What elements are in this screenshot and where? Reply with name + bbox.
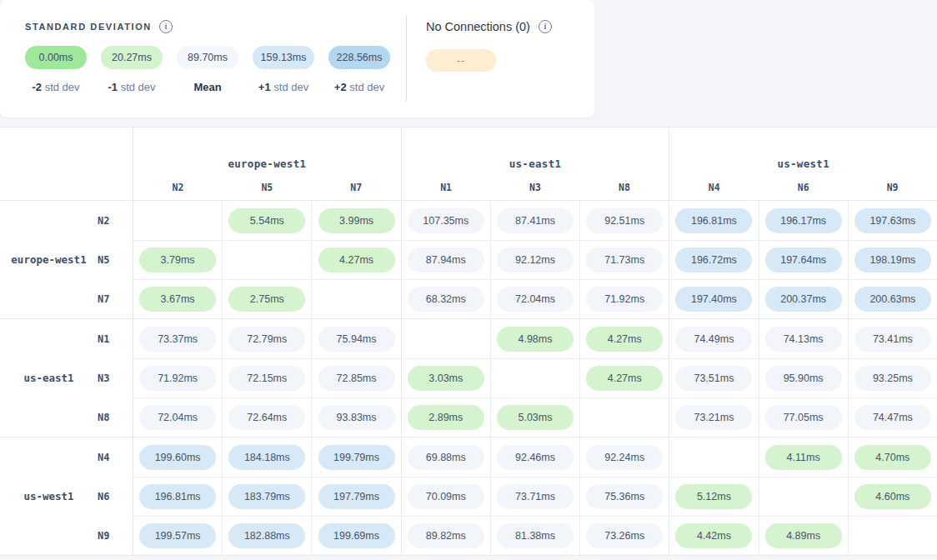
latency-pill[interactable]: 197.63ms <box>854 208 931 233</box>
latency-pill[interactable]: 199.69ms <box>318 523 395 548</box>
latency-cell: 4.98ms <box>490 319 579 358</box>
latency-pill[interactable]: 3.67ms <box>139 287 216 312</box>
latency-pill[interactable]: 182.88ms <box>228 523 305 548</box>
latency-pill[interactable]: 196.17ms <box>765 208 842 233</box>
latency-pill[interactable]: 3.03ms <box>408 366 484 391</box>
latency-pill[interactable]: 69.88ms <box>408 445 484 470</box>
latency-pill[interactable]: 2.89ms <box>408 405 484 430</box>
latency-pill[interactable]: 74.47ms <box>854 405 931 430</box>
latency-pill[interactable]: 70.09ms <box>408 484 484 509</box>
latency-pill[interactable]: 92.51ms <box>586 208 663 233</box>
latency-pill[interactable]: 73.37ms <box>139 327 216 352</box>
latency-pill[interactable]: 92.46ms <box>497 445 574 470</box>
legend-pill-plus1[interactable]: 159.13ms <box>253 46 314 69</box>
latency-pill[interactable]: 198.19ms <box>854 248 931 272</box>
latency-pill[interactable]: 87.94ms <box>408 248 484 272</box>
latency-pill[interactable]: 183.79ms <box>228 484 305 509</box>
latency-pill[interactable]: 87.41ms <box>497 208 574 233</box>
latency-cell: 74.49ms <box>669 319 758 358</box>
legend-pill-minus2[interactable]: 0.00ms <box>25 46 87 69</box>
latency-pill[interactable]: 4.89ms <box>765 523 842 548</box>
row-node-label: N4 <box>98 452 133 463</box>
latency-pill[interactable]: 72.79ms <box>228 327 305 352</box>
latency-pill[interactable]: 71.92ms <box>586 287 663 312</box>
row-group-us-east1: N173.37ms72.79ms75.94ms4.98ms4.27ms74.49… <box>0 318 937 437</box>
latency-pill[interactable]: 4.42ms <box>675 523 752 548</box>
latency-pill[interactable]: 4.98ms <box>497 327 574 352</box>
latency-pill[interactable]: 72.85ms <box>318 366 395 391</box>
latency-pill[interactable]: 199.60ms <box>139 445 216 470</box>
latency-pill[interactable]: 75.36ms <box>586 484 663 509</box>
latency-pill[interactable]: 71.73ms <box>586 248 663 272</box>
latency-cell: 72.79ms <box>222 319 311 358</box>
legend-pill-minus1[interactable]: 20.27ms <box>101 46 163 69</box>
latency-pill[interactable]: 199.57ms <box>139 523 216 548</box>
latency-pill[interactable]: 72.04ms <box>139 405 216 430</box>
latency-pill[interactable]: 92.12ms <box>497 248 574 272</box>
latency-cell: 196.17ms <box>759 201 848 240</box>
latency-pill[interactable]: 93.83ms <box>318 405 395 430</box>
latency-pill[interactable]: 72.64ms <box>228 405 305 430</box>
latency-pill[interactable]: 73.51ms <box>675 366 752 391</box>
latency-pill[interactable]: 107.35ms <box>408 208 484 233</box>
latency-cell: 89.82ms <box>401 516 490 555</box>
latency-cell: 183.79ms <box>222 477 311 516</box>
no-connections-pill[interactable]: -- <box>426 49 496 72</box>
latency-pill[interactable]: 3.99ms <box>318 208 395 233</box>
latency-pill[interactable]: 74.49ms <box>675 327 752 352</box>
latency-pill[interactable]: 89.82ms <box>408 523 484 548</box>
empty-cell <box>579 398 669 437</box>
latency-pill[interactable]: 93.25ms <box>854 366 931 391</box>
latency-pill[interactable]: 5.54ms <box>228 208 305 233</box>
latency-pill[interactable]: 200.37ms <box>765 287 842 312</box>
latency-pill[interactable]: 95.90ms <box>765 366 842 391</box>
latency-pill[interactable]: 75.94ms <box>318 327 395 352</box>
latency-pill[interactable]: 196.81ms <box>675 208 752 233</box>
latency-pill[interactable]: 197.40ms <box>675 287 752 312</box>
latency-pill[interactable]: 73.71ms <box>497 484 574 509</box>
legend-step: 159.13ms +1 std dev <box>253 46 314 93</box>
std-dev-info-icon[interactable]: i <box>159 20 173 33</box>
latency-cell: 93.83ms <box>311 398 400 437</box>
latency-pill[interactable]: 199.79ms <box>318 445 395 470</box>
latency-pill[interactable]: 2.75ms <box>228 287 305 312</box>
latency-pill[interactable]: 4.11ms <box>765 445 842 470</box>
legend-pill-plus2[interactable]: 228.56ms <box>328 46 390 69</box>
latency-pill[interactable]: 5.03ms <box>497 405 574 430</box>
row-node-label: N1 <box>98 333 133 345</box>
col-node-header: N8 <box>579 182 669 193</box>
latency-pill[interactable]: 77.05ms <box>765 405 842 430</box>
col-node-header: N4 <box>669 182 759 193</box>
matrix-row-N3: us-east1N371.92ms72.15ms72.85ms3.03ms4.2… <box>0 358 937 398</box>
latency-pill[interactable]: 73.21ms <box>675 405 752 430</box>
latency-pill[interactable]: 4.27ms <box>318 248 395 272</box>
latency-cell: 93.25ms <box>848 358 937 398</box>
latency-pill[interactable]: 71.92ms <box>139 366 216 391</box>
legend-pill-mean[interactable]: 89.70ms <box>177 46 238 69</box>
latency-pill[interactable]: 200.63ms <box>854 287 931 312</box>
latency-cell: 5.54ms <box>222 201 311 240</box>
latency-pill[interactable]: 72.04ms <box>497 287 574 312</box>
latency-pill[interactable]: 72.15ms <box>228 366 305 391</box>
latency-pill[interactable]: 197.79ms <box>318 484 395 509</box>
latency-pill[interactable]: 5.12ms <box>675 484 752 509</box>
latency-pill[interactable]: 184.18ms <box>228 445 305 470</box>
latency-pill[interactable]: 73.41ms <box>854 327 931 352</box>
latency-pill[interactable]: 197.64ms <box>765 248 842 272</box>
latency-cell: 4.70ms <box>848 438 937 477</box>
latency-pill[interactable]: 4.27ms <box>586 366 663 391</box>
no-connections-info-icon[interactable]: i <box>539 20 552 33</box>
latency-pill[interactable]: 196.72ms <box>675 248 752 272</box>
latency-pill[interactable]: 4.27ms <box>586 327 663 352</box>
latency-pill[interactable]: 196.81ms <box>139 484 216 509</box>
latency-pill[interactable]: 68.32ms <box>408 287 484 312</box>
latency-pill[interactable]: 74.13ms <box>765 327 842 352</box>
latency-pill[interactable]: 92.24ms <box>586 445 663 470</box>
latency-pill[interactable]: 81.38ms <box>497 523 574 548</box>
latency-cell: 197.63ms <box>848 201 937 240</box>
latency-pill[interactable]: 4.60ms <box>854 484 931 509</box>
legend-title-text: STANDARD DEVIATION <box>25 22 152 32</box>
latency-pill[interactable]: 3.79ms <box>139 248 216 272</box>
latency-pill[interactable]: 4.70ms <box>854 445 931 470</box>
latency-pill[interactable]: 73.26ms <box>586 523 663 548</box>
